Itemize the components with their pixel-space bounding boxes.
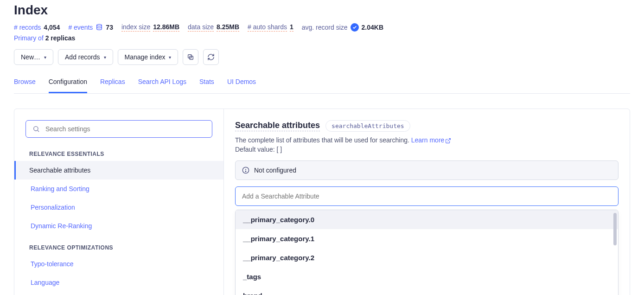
primary-prefix: Primary of xyxy=(14,34,45,42)
sidebar-item-ranking-sorting[interactable]: Ranking and Sorting xyxy=(26,180,212,198)
new-button-label: New… xyxy=(21,53,40,61)
manage-index-label: Manage index xyxy=(125,53,166,61)
learn-more-link[interactable]: Learn more xyxy=(411,136,452,144)
meta-auto-shards-label: # auto shards xyxy=(248,23,287,32)
database-icon xyxy=(96,24,103,31)
page-title: Index xyxy=(14,3,630,18)
refresh-button[interactable] xyxy=(203,49,219,65)
section-header: Searchable attributes searchableAttribut… xyxy=(235,120,618,132)
search-settings-input[interactable] xyxy=(45,125,205,133)
dropdown-item[interactable]: __primary_category.0 xyxy=(236,210,618,229)
dropdown-item[interactable]: __primary_category.2 xyxy=(236,248,618,267)
meta-events[interactable]: # events 73 xyxy=(68,24,113,31)
meta-avg-record: avg. record size 2.04KB xyxy=(302,23,383,32)
svg-line-5 xyxy=(448,138,451,141)
dropdown-item[interactable]: __primary_category.1 xyxy=(236,229,618,248)
search-icon xyxy=(32,125,40,133)
default-label: Default value: xyxy=(235,146,277,153)
copy-button[interactable] xyxy=(183,49,198,65)
section-description: The complete list of attributes that wil… xyxy=(235,136,618,144)
chevron-down-icon: ▾ xyxy=(169,55,171,60)
primary-bold: 2 replicas xyxy=(45,34,76,42)
meta-records[interactable]: # records 4,054 xyxy=(14,24,60,31)
meta-index-size: index size 12.86MB xyxy=(121,23,179,32)
sidebar-item-dynamic-re-ranking[interactable]: Dynamic Re-Ranking xyxy=(26,217,212,235)
manage-index-button[interactable]: Manage index ▾ xyxy=(118,49,179,65)
tab-stats[interactable]: Stats xyxy=(199,75,214,93)
svg-point-8 xyxy=(245,171,246,172)
dropdown-item[interactable]: _tags xyxy=(236,267,618,286)
refresh-icon xyxy=(207,53,215,61)
search-settings-field[interactable] xyxy=(26,120,212,138)
check-badge-icon xyxy=(351,23,359,32)
tab-browse[interactable]: Browse xyxy=(14,75,36,93)
sidebar-item-personalization[interactable]: Personalization xyxy=(26,198,212,217)
tab-ui-demos[interactable]: UI Demos xyxy=(227,75,256,93)
notice-text: Not configured xyxy=(254,167,296,174)
meta-events-label: # events xyxy=(68,24,93,31)
chevron-down-icon: ▾ xyxy=(104,55,106,60)
new-button[interactable]: New… ▾ xyxy=(14,49,53,65)
api-param-chip: searchableAttributes xyxy=(325,120,410,132)
add-searchable-attribute-input[interactable] xyxy=(235,186,618,206)
scrollbar-thumb[interactable] xyxy=(613,213,617,245)
dropdown-item[interactable]: brand xyxy=(236,286,618,295)
meta-index-size-value: 12.86MB xyxy=(153,23,179,32)
meta-auto-shards-value: 1 xyxy=(290,23,293,32)
side-section-relevance-essentials: RELEVANCE ESSENTIALS xyxy=(29,151,209,157)
meta-data-size-label: data size xyxy=(188,23,214,32)
meta-records-value: 4,054 xyxy=(44,24,60,31)
sidebar-item-searchable-attributes[interactable]: Searchable attributes xyxy=(14,161,223,180)
meta-auto-shards: # auto shards 1 xyxy=(248,23,293,32)
desc-text: The complete list of attributes that wil… xyxy=(235,136,411,144)
section-title: Searchable attributes xyxy=(235,121,320,131)
tab-configuration[interactable]: Configuration xyxy=(49,75,87,93)
attribute-dropdown: __primary_category.0 __primary_category.… xyxy=(235,210,618,295)
config-panel: RELEVANCE ESSENTIALS Searchable attribut… xyxy=(14,109,630,295)
meta-avg-record-label: avg. record size xyxy=(302,24,348,31)
meta-records-label: # records xyxy=(14,24,41,31)
meta-data-size: data size 8.25MB xyxy=(188,23,239,32)
meta-avg-record-value: 2.04KB xyxy=(362,24,383,31)
primary-replicas-link[interactable]: Primary of 2 replicas xyxy=(14,34,630,42)
not-configured-notice: Not configured xyxy=(235,160,618,180)
main-content: Searchable attributes searchableAttribut… xyxy=(224,109,630,295)
side-section-relevance-optimizations: RELEVANCE OPTIMIZATIONS xyxy=(29,244,209,251)
external-link-icon xyxy=(445,138,451,144)
meta-data-size-value: 8.25MB xyxy=(217,23,239,32)
default-value: [ ] xyxy=(277,146,282,153)
index-meta-row: # records 4,054 # events 73 index size 1… xyxy=(14,23,630,32)
add-records-label: Add records xyxy=(65,53,100,61)
meta-events-value: 73 xyxy=(106,24,113,31)
sidebar-item-typo-tolerance[interactable]: Typo-tolerance xyxy=(26,255,212,273)
info-icon xyxy=(242,167,249,174)
action-row: New… ▾ Add records ▾ Manage index ▾ xyxy=(14,49,630,65)
add-records-button[interactable]: Add records ▾ xyxy=(58,49,113,65)
settings-sidebar: RELEVANCE ESSENTIALS Searchable attribut… xyxy=(14,109,224,295)
sidebar-item-language[interactable]: Language xyxy=(26,273,212,292)
tab-replicas[interactable]: Replicas xyxy=(100,75,125,93)
svg-line-4 xyxy=(38,130,39,132)
svg-point-3 xyxy=(34,127,38,131)
chevron-down-icon: ▾ xyxy=(44,55,46,60)
tab-bar: Browse Configuration Replicas Search API… xyxy=(14,75,630,94)
tab-search-api-logs[interactable]: Search API Logs xyxy=(138,75,186,93)
svg-point-0 xyxy=(97,24,102,26)
default-value-line: Default value: [ ] xyxy=(235,146,618,153)
copy-icon xyxy=(187,53,194,61)
meta-index-size-label: index size xyxy=(121,23,150,32)
